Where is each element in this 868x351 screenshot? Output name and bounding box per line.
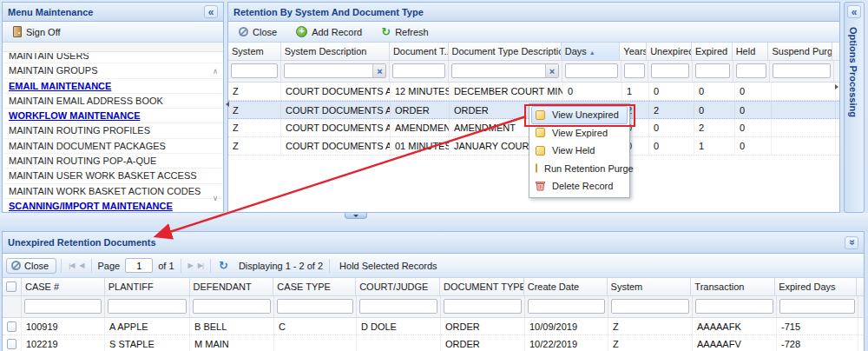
right-splitter-collapse-arrow[interactable] <box>835 84 838 89</box>
column-header-expired-days[interactable]: Expired Days <box>775 278 857 295</box>
cell-system[interactable]: Z <box>228 83 281 100</box>
filter-input-held[interactable] <box>736 63 766 78</box>
sign-off-button[interactable]: Sign Off <box>8 24 66 39</box>
scroll-down-icon[interactable] <box>210 193 220 203</box>
column-header-years[interactable]: Years <box>620 43 647 60</box>
filter-input-document-type[interactable] <box>392 63 445 78</box>
column-header-plantiff[interactable]: PLANTIFF <box>105 278 190 295</box>
column-header-system-description[interactable]: System Description <box>281 43 390 60</box>
menu-item-maintain-email-address-book[interactable]: MAINTAIN EMAIL ADDRESS BOOK <box>3 94 222 109</box>
column-header-court-judge[interactable]: COURT/JUDGE <box>356 278 440 295</box>
horizontal-splitter[interactable] <box>0 213 868 231</box>
column-header-document-type-description[interactable]: Document Type Description <box>449 43 562 60</box>
column-header-unexpired[interactable]: Unexpired <box>647 43 692 60</box>
cell-document-type[interactable]: ORDER <box>441 335 525 351</box>
cell-expired-days[interactable]: -728 <box>777 335 858 351</box>
cell-plantiff[interactable]: S STAPLE <box>105 335 190 351</box>
row-checkbox[interactable] <box>7 321 16 332</box>
filter-input-document-type-description[interactable] <box>452 64 545 77</box>
cell-system-description[interactable]: COURT DOCUMENTS AND... <box>281 137 391 155</box>
cell-plantiff[interactable]: A APPLE <box>105 318 190 334</box>
column-header-document-type[interactable]: DOCUMENT TYPE <box>440 278 524 295</box>
menu-item-maintain-document-packages[interactable]: MAINTAIN DOCUMENT PACKAGES <box>3 139 222 154</box>
menu-item-maintain-work-basket-action-codes[interactable]: MAINTAIN WORK BASKET ACTION CODES <box>3 184 222 199</box>
cell-unexpired[interactable]: 2 <box>649 102 694 118</box>
cell-case-number[interactable]: 102219 <box>22 335 105 351</box>
cell-document-type-description[interactable]: DECEMBER COURT MINUTES <box>450 83 563 100</box>
cell-create-date[interactable]: 10/22/2019 <box>525 335 608 351</box>
cell-expired[interactable]: 0 <box>694 102 735 118</box>
document-row[interactable]: 100919 A APPLE B BELL C D DOLE ORDER 10/… <box>3 318 864 335</box>
collapse-left-panel-button[interactable] <box>204 5 218 18</box>
cell-case-type[interactable]: C <box>274 318 357 334</box>
filter-input-plantiff[interactable] <box>108 299 187 314</box>
refresh-page-button[interactable] <box>215 259 232 272</box>
cell-document-type[interactable]: 12 MINUTES <box>391 83 450 100</box>
cell-court-judge[interactable] <box>357 335 441 351</box>
cell-held[interactable]: 0 <box>735 137 772 155</box>
next-page-button[interactable] <box>186 262 195 269</box>
row-checkbox[interactable] <box>7 339 16 349</box>
menu-item-maintain-users[interactable]: MAINTAIN USERS <box>3 53 222 63</box>
column-header-system[interactable]: System <box>608 278 692 295</box>
page-number-input[interactable] <box>125 258 153 273</box>
cell-transaction[interactable]: AAAAAFK <box>693 318 777 334</box>
cell-defendant[interactable]: B BELL <box>190 318 274 334</box>
row-select-cell[interactable] <box>3 335 22 351</box>
clear-filter-button[interactable] <box>545 64 558 77</box>
document-row[interactable]: 102219 S STAPLE M MAIN ORDER 10/22/2019 … <box>3 335 864 351</box>
cell-document-type[interactable]: 01 MINUTES <box>391 137 450 155</box>
column-header-transaction[interactable]: Transaction <box>691 278 775 295</box>
menu-item-email-maintenance[interactable]: EMAIL MAINTENANCE <box>3 79 222 94</box>
filter-input-court-judge[interactable] <box>359 299 437 314</box>
cell-case-number[interactable]: 100919 <box>22 318 105 334</box>
hold-selected-records-button[interactable]: Hold Selected Records <box>334 259 443 273</box>
menu-item-workflow-maintenance[interactable]: WORKFLOW MAINTENANCE <box>3 109 222 123</box>
filter-input-system[interactable] <box>611 299 689 314</box>
cell-transaction[interactable]: AAAAAFV <box>693 335 777 351</box>
splitter-collapse-handle[interactable] <box>345 213 367 219</box>
column-header-document-type[interactable]: Document T... <box>390 43 449 60</box>
cell-expired[interactable]: 2 <box>694 119 735 136</box>
filter-input-document-type[interactable] <box>444 299 522 314</box>
menu-item-maintain-user-work-basket-access[interactable]: MAINTAIN USER WORK BASKET ACCESS <box>3 169 222 183</box>
cell-system[interactable]: Z <box>608 318 693 334</box>
cell-unexpired[interactable]: 0 <box>649 119 694 136</box>
filter-input-system[interactable] <box>231 63 278 78</box>
add-record-button[interactable]: Add Record <box>291 24 367 39</box>
column-header-suspend-purge[interactable]: Suspend Purge <box>768 43 832 60</box>
select-all-checkbox[interactable] <box>6 281 16 292</box>
cell-document-type[interactable]: ORDER <box>441 318 525 334</box>
filter-input-unexpired[interactable] <box>651 63 690 78</box>
cell-system[interactable]: Z <box>228 102 281 118</box>
retention-row[interactable]: Z COURT DOCUMENTS AND... 12 MINUTES DECE… <box>228 83 839 101</box>
cell-defendant[interactable]: M MAIN <box>190 335 274 351</box>
column-header-system[interactable]: System <box>228 43 281 60</box>
cell-court-judge[interactable]: D DOLE <box>357 318 441 334</box>
cell-expired-days[interactable]: -715 <box>777 318 858 334</box>
menu-item-view-unexpired[interactable]: View Unexpired <box>531 106 628 124</box>
cell-suspend-purge[interactable] <box>772 102 836 118</box>
cell-years[interactable]: 1 <box>622 83 649 100</box>
column-header-held[interactable]: Held <box>733 43 769 60</box>
filter-input-days[interactable] <box>565 63 618 78</box>
cell-suspend-purge[interactable] <box>772 119 836 136</box>
cell-system[interactable]: Z <box>228 119 281 136</box>
cell-held[interactable]: 0 <box>735 102 772 118</box>
collapse-bottom-panel-button[interactable] <box>845 236 858 249</box>
filter-input-expired-days[interactable] <box>779 299 855 314</box>
menu-item-run-retention-purge[interactable]: Run Retention Purge <box>531 160 628 178</box>
cell-suspend-purge[interactable] <box>772 83 836 100</box>
cell-system[interactable]: Z <box>608 335 693 351</box>
filter-input-suspend-purge[interactable] <box>773 63 831 78</box>
filter-input-expired[interactable] <box>695 63 730 78</box>
cell-expired[interactable]: 1 <box>694 137 735 155</box>
cell-system-description[interactable]: COURT DOCUMENTS AND... <box>281 102 391 118</box>
cell-held[interactable]: 0 <box>735 119 772 136</box>
options-processing-strip[interactable]: Options Processing <box>844 2 865 213</box>
cell-create-date[interactable]: 10/09/2019 <box>525 318 608 334</box>
filter-input-transaction[interactable] <box>695 299 773 314</box>
close-button[interactable]: Close <box>233 25 282 39</box>
row-select-cell[interactable] <box>3 318 22 334</box>
filter-input-defendant[interactable] <box>193 299 271 314</box>
